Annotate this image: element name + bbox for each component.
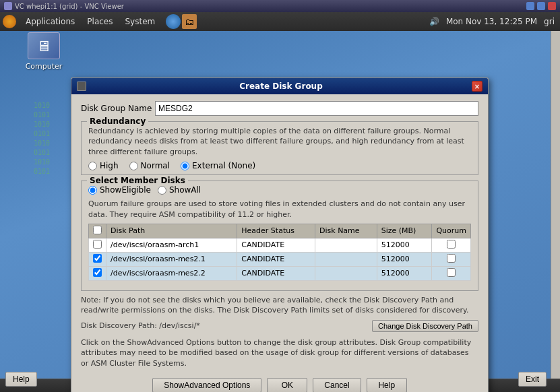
redundancy-section: Redundancy Redundancy is achieved by sto…: [81, 121, 478, 175]
radio-normal-label: Normal: [141, 161, 170, 170]
help-button[interactable]: Help: [367, 378, 407, 392]
row3-checkbox-cell: [89, 266, 106, 280]
radio-high-input[interactable]: [88, 162, 97, 170]
apps-icon[interactable]: 🗂: [182, 14, 197, 29]
row2-size: 512000: [377, 252, 432, 266]
radio-external[interactable]: External (None): [181, 161, 255, 170]
row1-disk-path: /dev/iscsi/oraasm-arch1: [106, 238, 237, 252]
show-eligible-radio[interactable]: ShowEligible: [88, 185, 151, 195]
computer-icon-img: 🖥: [28, 32, 60, 59]
show-all-label: ShowAll: [169, 185, 201, 195]
col-disk-path: Disk Path: [106, 224, 237, 238]
col-check: [89, 224, 106, 238]
row3-disk-path: /dev/iscsi/oraasm-mes2.2: [106, 266, 237, 280]
table-row: /dev/iscsi/oraasm-mes2.2 CANDIDATE 51200…: [89, 266, 471, 280]
show-all-radio[interactable]: ShowAll: [158, 185, 201, 195]
redundancy-description: Redundancy is achieved by storing multip…: [88, 126, 471, 157]
row1-header-status: CANDIDATE: [237, 238, 315, 252]
select-disks-legend: Select Member Disks: [87, 176, 188, 185]
col-header-status: Header Status: [237, 224, 315, 238]
vnc-minimize-btn[interactable]: [526, 2, 534, 10]
volume-icon: 🔊: [429, 17, 439, 26]
row2-checkbox[interactable]: [93, 254, 102, 263]
radio-high[interactable]: High: [88, 161, 119, 170]
vnc-maximize-btn[interactable]: [537, 2, 545, 10]
discovery-path-row: Disk Discovery Path: /dev/iscsi/* Change…: [81, 320, 478, 332]
row1-size: 512000: [377, 238, 432, 252]
help-button-desktop[interactable]: Help: [5, 372, 37, 387]
row1-checkbox-cell: [89, 238, 106, 252]
disk-group-name-row: Disk Group Name: [81, 101, 478, 116]
row1-quorum[interactable]: [447, 240, 456, 249]
dialog-close-button[interactable]: ×: [472, 81, 483, 92]
show-advanced-button[interactable]: ShowAdvanced Options: [152, 378, 261, 392]
row2-quorum-cell: [432, 252, 471, 266]
radio-high-label: High: [100, 161, 119, 170]
hostname-display: gri: [544, 17, 555, 26]
ok-button[interactable]: OK: [267, 378, 307, 392]
quorum-description: Quorum failure groups are used to store …: [88, 199, 471, 220]
vnc-titlebar: VC whepi1:1 (grid) - VNC Viewer: [0, 0, 560, 12]
row2-disk-path: /dev/iscsi/oraasm-mes2.1: [106, 252, 237, 266]
radio-normal[interactable]: Normal: [129, 161, 170, 170]
redundancy-legend: Redundancy: [87, 117, 148, 126]
select-member-disks-section: Select Member Disks ShowEligible ShowAll…: [81, 181, 478, 291]
col-size-mb: Size (MB): [377, 224, 432, 238]
system-menu[interactable]: System: [119, 15, 160, 28]
dialog-body: Disk Group Name Redundancy Redundancy is…: [71, 94, 488, 392]
row3-header-status: CANDIDATE: [237, 266, 315, 280]
vnc-title: VC whepi1:1 (grid) - VNC Viewer: [15, 3, 124, 10]
computer-icon[interactable]: 🖥 Computer: [20, 32, 67, 71]
applications-menu[interactable]: Applications: [20, 15, 80, 28]
show-all-input[interactable]: [158, 186, 166, 195]
vnc-close-btn[interactable]: [548, 2, 556, 10]
discovery-path-label: Disk Discovery Path: /dev/iscsi/*: [81, 321, 200, 330]
select-all-checkbox[interactable]: [93, 226, 102, 234]
radio-external-label: External (None): [192, 161, 255, 170]
col-disk-name: Disk Name: [315, 224, 377, 238]
row3-quorum-cell: [432, 266, 471, 280]
datetime-display: Mon Nov 13, 12:25 PM: [446, 17, 537, 26]
show-eligible-input[interactable]: [88, 186, 97, 195]
radio-external-input[interactable]: [181, 162, 189, 170]
row2-checkbox-cell: [89, 252, 106, 266]
cancel-button[interactable]: Cancel: [313, 378, 361, 392]
row3-quorum[interactable]: [447, 268, 456, 277]
dialog-buttons: ShowAdvanced Options OK Cancel Help: [81, 374, 478, 392]
row3-disk-name: [315, 266, 377, 280]
taskbar: Applications Places System 🗂 🔊 Mon Nov 1…: [0, 12, 560, 31]
radio-normal-input[interactable]: [129, 162, 138, 170]
redundancy-radio-row: High Normal External (None): [88, 161, 471, 170]
row1-quorum-cell: [432, 238, 471, 252]
row2-quorum[interactable]: [447, 254, 456, 263]
disk-group-name-label: Disk Group Name: [81, 104, 155, 113]
row3-size: 512000: [377, 266, 432, 280]
taskbar-logo: [3, 15, 16, 28]
create-disk-group-dialog: Create Disk Group × Disk Group Name Redu…: [71, 77, 489, 392]
row2-header-status: CANDIDATE: [237, 252, 315, 266]
disk-table: Disk Path Header Status Disk Name Size (…: [88, 224, 471, 281]
row1-disk-name: [315, 238, 377, 252]
network-icon[interactable]: [166, 14, 181, 29]
exit-button-desktop[interactable]: Exit: [518, 372, 547, 387]
disk-group-name-input[interactable]: [155, 101, 478, 116]
scrollbar-area[interactable]: [551, 19, 560, 392]
show-options-row: ShowEligible ShowAll: [88, 185, 471, 195]
dialog-titlebar: Create Disk Group ×: [71, 78, 488, 94]
desktop: VC whepi1:1 (grid) - VNC Viewer Applicat…: [0, 0, 560, 392]
dialog-icon: [77, 81, 86, 91]
note-text: Note: If you do not see the disks which …: [81, 295, 478, 316]
row2-disk-name: [315, 252, 377, 266]
change-discovery-path-button[interactable]: Change Disk Discovery Path: [372, 320, 478, 332]
row1-checkbox[interactable]: [93, 240, 102, 249]
table-row: /dev/iscsi/oraasm-mes2.1 CANDIDATE 51200…: [89, 252, 471, 266]
places-menu[interactable]: Places: [82, 15, 118, 28]
info-text: Click on the ShowAdvanced Options button…: [81, 337, 478, 368]
computer-icon-label: Computer: [20, 62, 67, 71]
dialog-title: Create Disk Group: [239, 81, 323, 91]
row3-checkbox[interactable]: [93, 268, 102, 277]
binary-decoration: 10100101101001011010010110100101: [34, 101, 50, 176]
table-header-row: Disk Path Header Status Disk Name Size (…: [89, 224, 471, 238]
show-eligible-label: ShowEligible: [100, 185, 151, 195]
col-quorum: Quorum: [432, 224, 471, 238]
